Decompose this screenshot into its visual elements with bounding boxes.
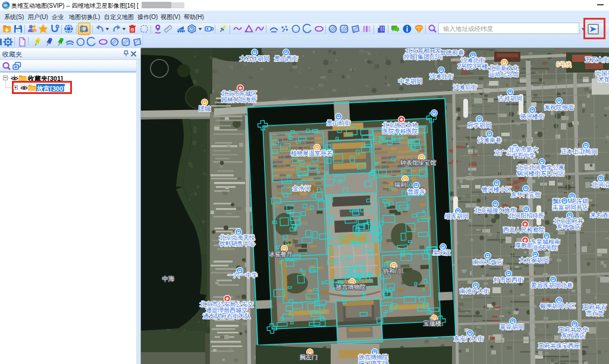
svg-text:景山西街: 景山西街 bbox=[274, 55, 298, 62]
svg-text:团城: 团城 bbox=[199, 105, 211, 112]
svg-text:嵩祝院细管: 嵩祝院细管 bbox=[544, 104, 574, 111]
svg-text:6号线: 6号线 bbox=[556, 61, 572, 68]
svg-text:东方酒店: 东方酒店 bbox=[561, 332, 585, 339]
svg-text:冰窖餐厅: 冰窖餐厅 bbox=[269, 251, 293, 258]
svg-text:金水河: 金水河 bbox=[292, 185, 310, 192]
svg-text:东安门大街: 东安门大街 bbox=[454, 335, 484, 342]
svg-text:控股(集团)公司: 控股(集团)公司 bbox=[404, 54, 444, 60]
svg-text:饮料销售中心: 饮料销售中心 bbox=[219, 240, 256, 247]
svg-text:王府井珠宝西座: 王府井珠宝西座 bbox=[538, 343, 580, 349]
svg-text:通支队府右街大队: 通支队府右街大队 bbox=[203, 313, 251, 319]
svg-text:厚教部: 厚教部 bbox=[515, 242, 533, 249]
svg-text:医院专科医院: 医院专科医院 bbox=[382, 128, 418, 134]
svg-text:十五中学: 十五中学 bbox=[511, 152, 535, 159]
svg-text:运动纪念馆: 运动纪念馆 bbox=[489, 71, 519, 77]
svg-text:来名酒店: 来名酒店 bbox=[590, 212, 609, 218]
svg-text:灯市口西街: 灯市口西街 bbox=[494, 277, 523, 283]
svg-text:市百货: 市百货 bbox=[586, 310, 604, 316]
svg-text:南池子大街: 南池子大街 bbox=[460, 288, 489, 294]
svg-text:宝蕴楼: 宝蕴楼 bbox=[423, 320, 441, 327]
svg-text:翠花胡同: 翠花胡同 bbox=[500, 324, 524, 330]
svg-text:沙滩后街: 沙滩后街 bbox=[453, 84, 477, 90]
svg-text:正本上工局: 正本上工局 bbox=[561, 148, 591, 155]
svg-text:皇史宬: 皇史宬 bbox=[433, 249, 451, 256]
svg-text:爱容库胡同北巷: 爱容库胡同北巷 bbox=[531, 282, 573, 288]
svg-text:端则门: 端则门 bbox=[394, 181, 412, 188]
svg-text:普渡寺: 普渡寺 bbox=[407, 189, 425, 195]
svg-text:端门停车场: 端门停车场 bbox=[359, 360, 388, 364]
svg-text:银闸胡同小区: 银闸胡同小区 bbox=[540, 303, 576, 309]
svg-text:术馆: 术馆 bbox=[598, 76, 609, 83]
svg-text:南京大饭店: 南京大饭店 bbox=[473, 259, 503, 265]
svg-text:锅河楼街东口分店: 锅河楼街东口分店 bbox=[517, 170, 564, 177]
svg-text:沙滩南巷: 沙滩南巷 bbox=[478, 137, 501, 143]
svg-text:钟表馆珍宝馆: 钟表馆珍宝馆 bbox=[400, 159, 436, 166]
svg-text:植物展温室丹若: 植物展温室丹若 bbox=[291, 150, 332, 156]
svg-text:一六一中学: 一六一中学 bbox=[228, 272, 258, 278]
svg-text:吉祥胡同: 吉祥胡同 bbox=[498, 95, 522, 102]
svg-text:大方家胡同: 大方家胡同 bbox=[519, 257, 549, 263]
svg-text:中老胡同: 中老胡同 bbox=[398, 78, 422, 84]
svg-text:骑河楼街: 骑河楼街 bbox=[520, 113, 544, 120]
svg-text:街66号院: 街66号院 bbox=[533, 244, 557, 251]
svg-text:锥河楼小区: 锥河楼小区 bbox=[482, 186, 511, 193]
svg-text:东华饭店: 东华饭店 bbox=[557, 224, 580, 230]
svg-text:中海: 中海 bbox=[162, 275, 174, 282]
svg-text:缎库胡同: 缎库胡同 bbox=[445, 213, 469, 219]
svg-text:府学胡同: 府学胡同 bbox=[467, 122, 491, 128]
svg-text:阙左门: 阙左门 bbox=[300, 354, 318, 360]
svg-text:北河沿: 北河沿 bbox=[592, 181, 609, 188]
svg-text:沙滩北街: 沙滩北街 bbox=[429, 73, 453, 80]
svg-text:2号院3号楼: 2号院3号楼 bbox=[457, 63, 488, 70]
svg-text:西高人民检察院: 西高人民检察院 bbox=[503, 227, 545, 233]
svg-text:丰富胡同: 丰富胡同 bbox=[553, 204, 576, 211]
svg-text:东华门宾馆: 东华门宾馆 bbox=[511, 192, 541, 198]
svg-text:园林局北海所: 园林局北海所 bbox=[221, 96, 257, 103]
svg-text:大石作胡同: 大石作胡同 bbox=[240, 55, 269, 62]
svg-text:五四大街: 五四大街 bbox=[585, 57, 609, 63]
svg-text:协和门: 协和门 bbox=[382, 268, 401, 274]
svg-text:景山前街: 景山前街 bbox=[327, 120, 350, 126]
svg-text:智德前巷: 智德前巷 bbox=[440, 49, 464, 56]
svg-text:故宫博物院: 故宫博物院 bbox=[335, 284, 366, 290]
svg-text:北河阳招待所: 北河阳招待所 bbox=[508, 212, 544, 219]
